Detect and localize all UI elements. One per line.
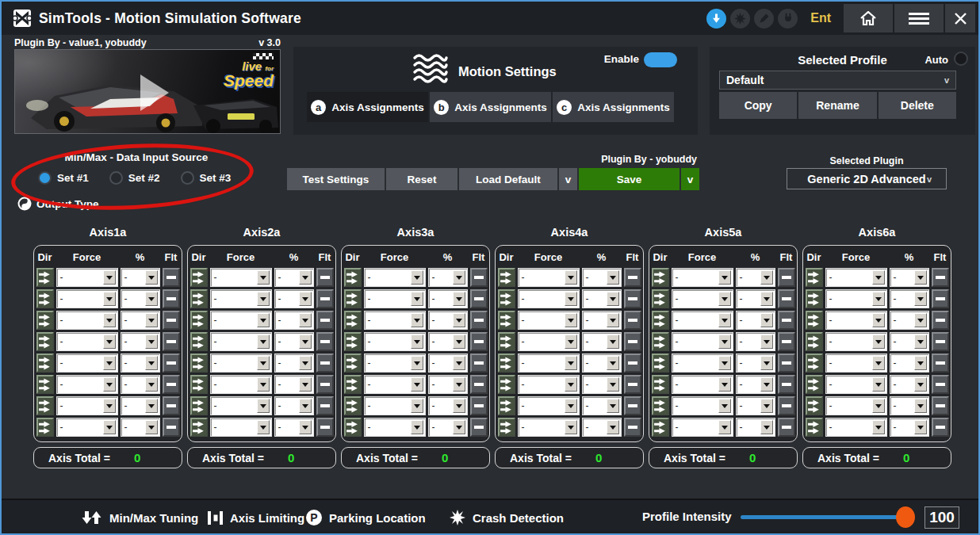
filter-minus-button[interactable] bbox=[624, 268, 641, 287]
dropdown-arrow-icon[interactable] bbox=[453, 313, 465, 327]
dropdown-arrow-icon[interactable] bbox=[411, 420, 423, 434]
dir-arrows-button[interactable] bbox=[652, 268, 669, 287]
dir-arrows-button[interactable] bbox=[806, 268, 823, 287]
force-dropdown[interactable]: - bbox=[210, 375, 272, 394]
filter-minus-button[interactable] bbox=[470, 353, 488, 373]
dropdown-arrow-icon[interactable] bbox=[411, 334, 423, 349]
dropdown-arrow-icon[interactable] bbox=[453, 270, 465, 285]
min-max-tuning-item[interactable]: Min/Max Tuning bbox=[81, 500, 198, 535]
dropdown-arrow-icon[interactable] bbox=[299, 270, 312, 285]
force-dropdown[interactable]: - bbox=[364, 396, 426, 415]
filter-minus-button[interactable] bbox=[932, 268, 949, 287]
dir-arrows-button[interactable] bbox=[498, 268, 515, 287]
dropdown-arrow-icon[interactable] bbox=[760, 399, 773, 413]
menu-button[interactable] bbox=[894, 4, 944, 32]
dropdown-arrow-icon[interactable] bbox=[411, 292, 423, 306]
dropdown-arrow-icon[interactable] bbox=[718, 356, 731, 370]
force-dropdown[interactable]: - bbox=[210, 311, 272, 330]
filter-minus-button[interactable] bbox=[316, 311, 334, 330]
dropdown-arrow-icon[interactable] bbox=[453, 356, 465, 370]
crash-icon[interactable] bbox=[730, 9, 750, 29]
percent-dropdown[interactable]: - bbox=[274, 332, 314, 351]
force-dropdown[interactable]: - bbox=[672, 375, 733, 394]
percent-dropdown[interactable]: - bbox=[582, 353, 622, 373]
force-dropdown[interactable]: - bbox=[210, 353, 272, 373]
filter-minus-button[interactable] bbox=[316, 396, 334, 415]
dropdown-arrow-icon[interactable] bbox=[914, 420, 927, 434]
filter-minus-button[interactable] bbox=[163, 268, 180, 287]
force-dropdown[interactable]: - bbox=[364, 375, 426, 394]
force-dropdown[interactable]: - bbox=[364, 311, 426, 330]
dropdown-arrow-icon[interactable] bbox=[607, 377, 619, 392]
dropdown-arrow-icon[interactable] bbox=[872, 313, 885, 327]
dropdown-arrow-icon[interactable] bbox=[872, 292, 885, 306]
percent-dropdown[interactable]: - bbox=[582, 375, 622, 394]
dropdown-arrow-icon[interactable] bbox=[607, 399, 619, 413]
dropdown-arrow-icon[interactable] bbox=[299, 292, 312, 306]
force-dropdown[interactable]: - bbox=[518, 353, 580, 373]
filter-minus-button[interactable] bbox=[624, 311, 641, 330]
dropdown-arrow-icon[interactable] bbox=[103, 313, 116, 327]
filter-minus-button[interactable] bbox=[932, 418, 949, 437]
percent-dropdown[interactable]: - bbox=[736, 289, 775, 308]
filter-minus-button[interactable] bbox=[778, 332, 795, 351]
play-button[interactable] bbox=[140, 75, 169, 111]
filter-minus-button[interactable] bbox=[163, 353, 180, 373]
force-dropdown[interactable]: - bbox=[210, 396, 272, 415]
dir-arrows-button[interactable] bbox=[36, 396, 54, 415]
percent-dropdown[interactable]: - bbox=[428, 418, 468, 437]
force-dropdown[interactable]: - bbox=[672, 332, 733, 351]
rename-profile-button[interactable]: Rename bbox=[798, 92, 876, 119]
filter-minus-button[interactable] bbox=[316, 418, 334, 437]
tab-axis-assignments-c[interactable]: cAxis Assignments bbox=[553, 92, 674, 122]
dir-arrows-button[interactable] bbox=[806, 332, 823, 351]
percent-dropdown[interactable]: - bbox=[890, 268, 929, 287]
percent-dropdown[interactable]: - bbox=[736, 396, 775, 415]
dropdown-arrow-icon[interactable] bbox=[411, 313, 423, 327]
auto-toggle[interactable] bbox=[954, 52, 968, 66]
dropdown-arrow-icon[interactable] bbox=[145, 292, 158, 306]
dropdown-arrow-icon[interactable] bbox=[718, 420, 731, 434]
dir-arrows-button[interactable] bbox=[190, 289, 208, 308]
dropdown-arrow-icon[interactable] bbox=[607, 356, 619, 370]
parking-location-item[interactable]: PParking Location bbox=[306, 500, 426, 535]
dropdown-arrow-icon[interactable] bbox=[145, 399, 158, 413]
enable-toggle[interactable] bbox=[644, 52, 677, 67]
force-dropdown[interactable]: - bbox=[364, 268, 426, 287]
force-dropdown[interactable]: - bbox=[56, 268, 118, 287]
percent-dropdown[interactable]: - bbox=[582, 418, 622, 437]
percent-dropdown[interactable]: - bbox=[274, 268, 314, 287]
dropdown-arrow-icon[interactable] bbox=[299, 377, 312, 392]
dropdown-arrow-icon[interactable] bbox=[411, 356, 423, 370]
dropdown-arrow-icon[interactable] bbox=[103, 399, 116, 413]
edit-icon[interactable] bbox=[754, 9, 774, 29]
dropdown-arrow-icon[interactable] bbox=[453, 292, 465, 306]
percent-dropdown[interactable]: - bbox=[274, 311, 314, 330]
dropdown-arrow-icon[interactable] bbox=[760, 270, 773, 285]
dir-arrows-button[interactable] bbox=[36, 289, 54, 308]
dir-arrows-button[interactable] bbox=[36, 311, 54, 330]
filter-minus-button[interactable] bbox=[163, 311, 180, 330]
filter-minus-button[interactable] bbox=[932, 396, 949, 415]
filter-minus-button[interactable] bbox=[624, 332, 641, 351]
filter-minus-button[interactable] bbox=[778, 311, 795, 330]
dropdown-arrow-icon[interactable] bbox=[718, 313, 731, 327]
filter-minus-button[interactable] bbox=[778, 268, 795, 287]
home-button[interactable] bbox=[844, 4, 893, 32]
dropdown-arrow-icon[interactable] bbox=[145, 313, 158, 327]
filter-minus-button[interactable] bbox=[470, 375, 488, 394]
dropdown-arrow-icon[interactable] bbox=[299, 399, 312, 413]
force-dropdown[interactable]: - bbox=[56, 289, 118, 308]
dir-arrows-button[interactable] bbox=[190, 353, 208, 373]
dir-arrows-button[interactable] bbox=[498, 353, 515, 373]
percent-dropdown[interactable]: - bbox=[274, 353, 314, 373]
dropdown-arrow-icon[interactable] bbox=[299, 356, 312, 370]
dropdown-arrow-icon[interactable] bbox=[299, 313, 312, 327]
force-dropdown[interactable]: - bbox=[56, 332, 118, 351]
filter-minus-button[interactable] bbox=[163, 375, 180, 394]
filter-minus-button[interactable] bbox=[470, 268, 488, 287]
filter-minus-button[interactable] bbox=[470, 418, 488, 437]
percent-dropdown[interactable]: - bbox=[121, 353, 160, 373]
dir-arrows-button[interactable] bbox=[806, 375, 823, 394]
close-button[interactable] bbox=[945, 4, 975, 32]
